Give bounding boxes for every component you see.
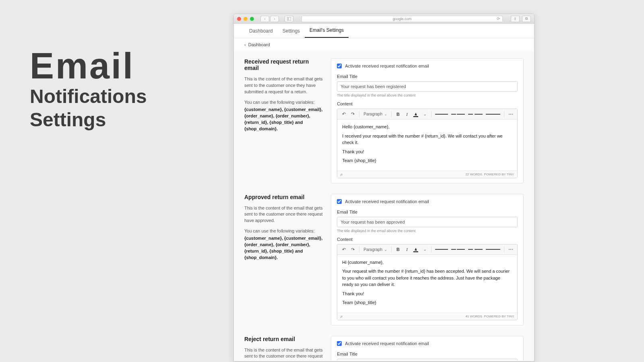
- section-title: Reject return email: [244, 336, 323, 342]
- breadcrumb-text: Dashboard: [248, 42, 270, 47]
- editor-content[interactable]: Hi {customer_name},Your request with the…: [337, 255, 517, 313]
- email-title-input[interactable]: [337, 359, 518, 361]
- settings-card: Activate received request notification e…: [331, 336, 524, 361]
- section-title: Received request return email: [244, 58, 323, 71]
- activate-checkbox[interactable]: [337, 341, 342, 346]
- sidebar-toggle-button[interactable]: [285, 16, 293, 22]
- hero-line2: Notifications: [30, 86, 147, 107]
- redo-button[interactable]: ↷: [349, 110, 357, 118]
- nav-buttons: ‹ ›: [260, 16, 279, 22]
- activate-checkbox[interactable]: [337, 64, 342, 68]
- text-color-dropdown[interactable]: [421, 245, 429, 253]
- undo-button[interactable]: ↶: [340, 245, 348, 253]
- content-label: Content: [337, 237, 518, 242]
- vars-list: {customer_name}, {customer_email}, {orde…: [244, 235, 323, 261]
- activate-checkbox[interactable]: [337, 199, 342, 204]
- align-justify-button[interactable]: [485, 245, 502, 253]
- content-line: I received your request with the number …: [342, 133, 512, 146]
- tab-dashboard[interactable]: Dashboard: [244, 28, 278, 38]
- email-title-helper: The title displayed in the email above t…: [337, 93, 518, 97]
- align-right-button[interactable]: [467, 110, 484, 118]
- format-select[interactable]: Paragraph: [362, 110, 389, 118]
- page-tabs: Dashboard Settings Email's Settings: [234, 24, 534, 38]
- italic-button[interactable]: I: [403, 110, 411, 118]
- chevron-left-icon: ‹: [244, 42, 246, 47]
- undo-button[interactable]: ↶: [340, 110, 348, 118]
- hero-line3: Settings: [30, 109, 147, 131]
- section-description: Reject return email This is the content …: [244, 336, 323, 361]
- titlebar-right-icons: ⇪ ⧉: [511, 16, 531, 22]
- section-description: Approved return email This is the conten…: [244, 194, 323, 325]
- email-title-helper: The title displayed in the email above t…: [337, 229, 518, 233]
- activate-row: Activate received request notification e…: [337, 199, 518, 204]
- refresh-icon[interactable]: ⟳: [497, 16, 500, 21]
- browser-window: ‹ › google.com ⟳ ⇪ ⧉ Dashboard Settings …: [233, 14, 535, 362]
- email-title-label: Email Title: [337, 352, 518, 356]
- address-bar-text: google.com: [393, 17, 412, 21]
- rich-text-editor: ↶ ↷ Paragraph B I ⋯ H: [337, 244, 518, 320]
- traffic-lights: [237, 17, 254, 21]
- italic-button[interactable]: I: [403, 245, 411, 253]
- activate-label: Activate received request notification e…: [345, 64, 429, 68]
- content-label: Content: [337, 101, 518, 106]
- content-line: Thank you!: [342, 290, 512, 297]
- section-desc: This is the content of the email that ge…: [244, 76, 323, 95]
- tab-settings[interactable]: Settings: [278, 28, 305, 38]
- breadcrumb[interactable]: ‹ Dashboard: [234, 38, 534, 51]
- tab-emails-settings[interactable]: Email's Settings: [305, 27, 349, 38]
- email-title-input[interactable]: [337, 217, 518, 227]
- redo-button[interactable]: ↷: [349, 245, 357, 253]
- editor-stats: 41 WORDS POWERED BY TINY: [465, 315, 514, 318]
- vars-intro: You can use the following variables:: [244, 228, 323, 234]
- editor-path: p: [341, 315, 342, 318]
- maximize-window-icon[interactable]: [250, 17, 254, 21]
- settings-section: Approved return email This is the conten…: [244, 194, 524, 325]
- more-button[interactable]: ⋯: [507, 245, 515, 253]
- more-button[interactable]: ⋯: [507, 110, 515, 118]
- minimize-window-icon[interactable]: [244, 17, 248, 21]
- format-select[interactable]: Paragraph: [362, 245, 389, 253]
- back-button[interactable]: ‹: [260, 16, 269, 22]
- share-button[interactable]: ⇪: [511, 16, 520, 22]
- editor-footer: p 41 WORDS POWERED BY TINY: [337, 313, 517, 320]
- email-title-label: Email Title: [337, 74, 518, 79]
- activate-row: Activate received request notification e…: [337, 64, 518, 68]
- content-line: Hi {customer_name},: [342, 259, 512, 266]
- editor-stats: 22 WORDS POWERED BY TINY: [465, 173, 514, 176]
- bold-button[interactable]: B: [394, 110, 402, 118]
- browser-titlebar: ‹ › google.com ⟳ ⇪ ⧉: [234, 14, 534, 24]
- hero-line1: Email: [30, 49, 147, 84]
- content-line: Your request with the number # {return_i…: [342, 268, 512, 288]
- align-left-button[interactable]: [434, 245, 449, 253]
- section-description: Received request return email This is th…: [244, 58, 323, 183]
- svg-rect-0: [287, 17, 291, 21]
- rich-text-editor: ↶ ↷ Paragraph B I ⋯ H: [337, 109, 518, 178]
- hero-text: Email Notifications Settings: [30, 49, 147, 131]
- forward-button[interactable]: ›: [270, 16, 279, 22]
- section-desc: This is the content of the email that ge…: [244, 347, 323, 361]
- align-justify-button[interactable]: [485, 110, 502, 118]
- address-bar[interactable]: google.com ⟳: [301, 16, 503, 22]
- bold-button[interactable]: B: [394, 245, 402, 253]
- align-right-button[interactable]: [467, 245, 484, 253]
- align-left-button[interactable]: [434, 110, 449, 118]
- vars-list: {customer_name}, {customer_email}, {orde…: [244, 107, 323, 132]
- close-window-icon[interactable]: [237, 17, 241, 21]
- tabs-button[interactable]: ⧉: [522, 16, 531, 22]
- content-line: Hello {customer_name},: [342, 123, 512, 130]
- text-color-button[interactable]: [412, 110, 420, 118]
- email-title-input[interactable]: [337, 81, 518, 92]
- align-center-button[interactable]: [450, 110, 466, 118]
- text-color-dropdown[interactable]: [421, 110, 429, 118]
- text-color-button[interactable]: [412, 245, 420, 253]
- section-title: Approved return email: [244, 194, 323, 200]
- content-line: Team {shop_title}: [342, 157, 512, 164]
- content-line: Thank you!: [342, 148, 512, 155]
- editor-path: p: [341, 173, 342, 176]
- editor-footer: p 22 WORDS POWERED BY TINY: [337, 171, 517, 178]
- settings-section: Reject return email This is the content …: [244, 336, 524, 361]
- editor-content[interactable]: Hello {customer_name},I received your re…: [337, 119, 517, 171]
- align-center-button[interactable]: [450, 245, 466, 253]
- activate-label: Activate received request notification e…: [345, 341, 429, 346]
- activate-row: Activate received request notification e…: [337, 341, 518, 346]
